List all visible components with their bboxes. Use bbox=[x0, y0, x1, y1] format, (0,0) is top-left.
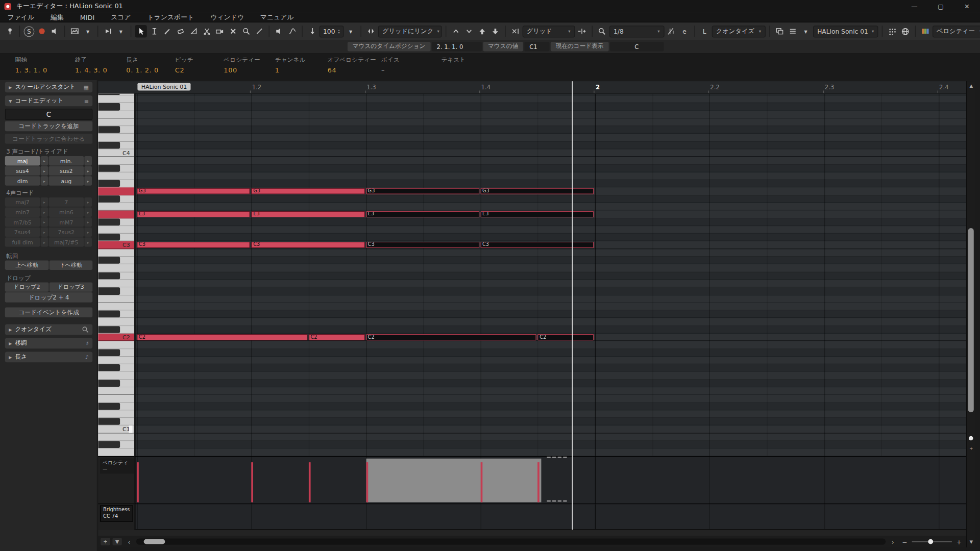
move-down-button[interactable] bbox=[463, 25, 475, 37]
piano-key[interactable] bbox=[98, 357, 134, 364]
snap-toggle-button[interactable] bbox=[509, 25, 521, 37]
stepper-arrows-icon[interactable]: ▴▾ bbox=[338, 29, 340, 34]
scroll-left-button[interactable]: ‹ bbox=[125, 538, 134, 545]
create-chord-event-button[interactable]: コードイベントを作成 bbox=[5, 307, 92, 317]
scroll-right-button[interactable]: › bbox=[888, 538, 897, 545]
chord-variant-arrow-button[interactable]: ▸ bbox=[41, 156, 48, 165]
piano-key[interactable] bbox=[98, 272, 134, 280]
piano-key[interactable] bbox=[98, 95, 134, 103]
menu-item[interactable]: ファイル bbox=[8, 13, 35, 21]
chord-type-button[interactable]: mM7 bbox=[49, 217, 84, 227]
split-tool-button[interactable] bbox=[201, 25, 212, 37]
piano-key[interactable] bbox=[98, 118, 134, 126]
part-select[interactable]: HALion Sonic 01▾ bbox=[813, 26, 878, 37]
chord-variant-arrow-button[interactable]: ▸ bbox=[84, 217, 92, 227]
midi-note[interactable]: E3 bbox=[480, 211, 594, 217]
piano-key[interactable] bbox=[98, 180, 134, 188]
piano-key[interactable] bbox=[98, 318, 134, 326]
piano-key[interactable] bbox=[98, 395, 134, 403]
midi-note[interactable]: C2 bbox=[366, 334, 536, 340]
part-editing-mode-button[interactable] bbox=[773, 25, 785, 37]
info-field-value[interactable]: 1. 3. 1. 0 bbox=[15, 66, 70, 74]
length-quantize-select[interactable]: クオンタイズ▾ bbox=[712, 26, 765, 37]
piano-key[interactable] bbox=[98, 203, 134, 211]
velocity-selection-region[interactable] bbox=[366, 459, 541, 503]
piano-key[interactable] bbox=[98, 165, 134, 172]
piano-key[interactable] bbox=[98, 103, 134, 111]
add-chord-track-button[interactable]: コードトラックを追加 bbox=[5, 121, 92, 132]
info-field-value[interactable]: 64 bbox=[328, 66, 377, 74]
inversion-button[interactable]: 下へ移動 bbox=[49, 261, 92, 270]
piano-key[interactable]: C3 bbox=[98, 241, 134, 249]
trim-tool-button[interactable] bbox=[187, 25, 199, 37]
solo-button[interactable]: S bbox=[24, 26, 35, 37]
note-display-area[interactable]: G3G3G3G3E3E3E3E3C3C3C3C3C2C2C2C2 bbox=[134, 94, 966, 456]
velocity-bar[interactable] bbox=[252, 462, 254, 502]
insert-velocity-icon[interactable] bbox=[306, 25, 318, 37]
event-colors-icon[interactable] bbox=[919, 25, 931, 37]
chord-variant-arrow-button[interactable]: ▸ bbox=[41, 166, 48, 176]
quantize-preset-select[interactable]: 1/8▾ bbox=[609, 26, 664, 37]
midi-note[interactable]: C2 bbox=[309, 334, 365, 340]
velocity-bar[interactable] bbox=[366, 462, 368, 502]
piano-key[interactable] bbox=[98, 218, 134, 226]
zoom-in-button[interactable]: + bbox=[954, 538, 964, 545]
midi-input-button[interactable] bbox=[899, 25, 911, 37]
piano-key[interactable] bbox=[98, 288, 134, 295]
velocity-bar[interactable] bbox=[538, 462, 540, 502]
zoom-tool-button[interactable] bbox=[240, 25, 252, 37]
event-colors-select[interactable]: ベロシティー▾ bbox=[932, 26, 980, 37]
midi-note[interactable]: E3 bbox=[137, 211, 250, 217]
piano-key[interactable] bbox=[98, 372, 134, 380]
velocity-lane[interactable] bbox=[134, 456, 966, 504]
chord-variant-arrow-button[interactable]: ▸ bbox=[84, 176, 92, 185]
chord-variant-arrow-button[interactable]: ▸ bbox=[41, 208, 48, 217]
grid-type-select[interactable]: グリッド▾ bbox=[522, 26, 575, 37]
menu-item[interactable]: MIDI bbox=[80, 13, 95, 21]
select-tool-button[interactable] bbox=[135, 25, 146, 37]
chord-type-button[interactable]: dim bbox=[5, 176, 40, 185]
chord-variant-arrow-button[interactable]: ▸ bbox=[41, 217, 48, 227]
menu-item[interactable]: ウィンドウ bbox=[210, 13, 244, 21]
info-field[interactable]: ピッチC2 bbox=[170, 56, 219, 73]
piano-key[interactable] bbox=[98, 188, 134, 195]
length-quantize-icon[interactable]: L bbox=[699, 25, 710, 37]
event-display-menu-button[interactable]: ▾ bbox=[82, 25, 93, 37]
chord-type-button[interactable]: min6 bbox=[49, 208, 84, 217]
piano-key[interactable] bbox=[98, 295, 134, 303]
info-field[interactable]: ベロシティー100 bbox=[219, 56, 270, 73]
piano-key[interactable] bbox=[98, 410, 134, 418]
chord-type-button[interactable]: 7sus4 bbox=[5, 228, 40, 237]
timeline-ruler[interactable]: HALion Sonic 01 1.21.31.422.22.32.4 bbox=[98, 81, 966, 93]
info-field[interactable]: 開始1. 3. 1. 0 bbox=[10, 56, 70, 73]
midi-note[interactable]: C3 bbox=[252, 242, 365, 248]
chord-type-button[interactable]: 7sus2 bbox=[49, 228, 84, 237]
section-scale-assistant[interactable]: ▶ スケールアシスタント ▦ bbox=[5, 82, 92, 92]
insert-velocity-menu-button[interactable]: ▾ bbox=[345, 25, 356, 37]
info-field-value[interactable]: 100 bbox=[224, 66, 270, 74]
vertical-scroll-thumb[interactable] bbox=[968, 228, 974, 412]
transpose-down-button[interactable] bbox=[489, 25, 501, 37]
part-list-button[interactable] bbox=[787, 25, 798, 37]
add-lane-button[interactable]: + bbox=[101, 538, 110, 545]
horizontal-zoom-slider[interactable] bbox=[912, 538, 952, 545]
match-chord-track-button[interactable]: コードトラックに合わせる bbox=[5, 134, 92, 144]
chord-variant-arrow-button[interactable]: ▸ bbox=[41, 228, 48, 237]
chord-type-button[interactable]: maj7/#5 bbox=[49, 237, 84, 246]
grid-link-select[interactable]: グリッドにリンク▾ bbox=[378, 26, 442, 37]
track-name-chip[interactable]: HALion Sonic 01 bbox=[137, 83, 190, 91]
erase-tool-button[interactable] bbox=[175, 25, 186, 37]
chord-type-button[interactable]: 7 bbox=[49, 197, 84, 207]
piano-key[interactable] bbox=[98, 264, 134, 272]
drop-2-4-button[interactable]: ドロップ2 + 4 bbox=[5, 292, 92, 303]
cc-lane-label[interactable]: Brightness CC 74 bbox=[100, 506, 133, 521]
chord-type-button[interactable]: maj7 bbox=[5, 197, 40, 207]
piano-key[interactable] bbox=[98, 418, 134, 425]
autoscroll-menu-button[interactable]: ▾ bbox=[115, 25, 127, 37]
chord-variant-arrow-button[interactable]: ▸ bbox=[84, 197, 92, 207]
link-grid-icon[interactable] bbox=[365, 25, 377, 37]
piano-key[interactable] bbox=[98, 380, 134, 387]
chord-type-button[interactable]: min. bbox=[49, 156, 84, 165]
piano-key[interactable]: C2 bbox=[98, 334, 134, 341]
piano-key[interactable] bbox=[98, 326, 134, 334]
